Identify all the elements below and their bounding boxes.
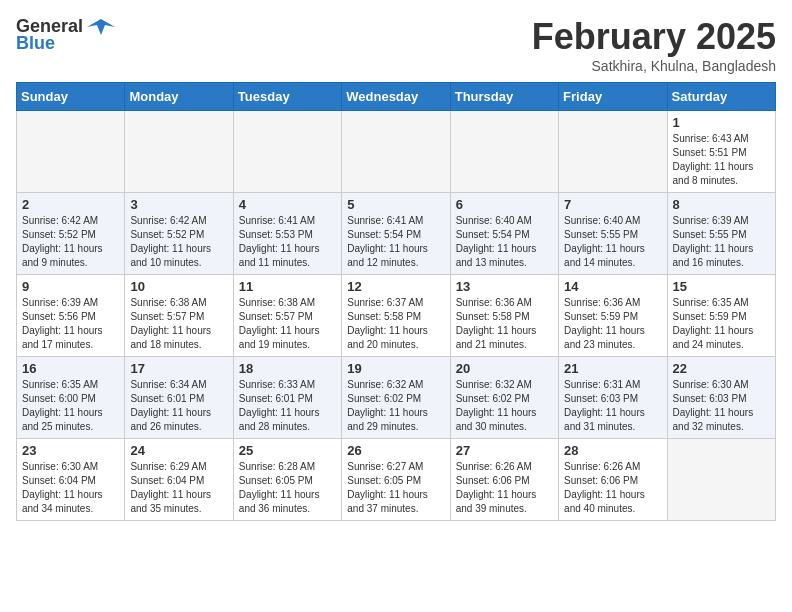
- day-info: Sunrise: 6:40 AM Sunset: 5:54 PM Dayligh…: [456, 214, 553, 270]
- day-number: 18: [239, 361, 336, 376]
- calendar-cell: 8Sunrise: 6:39 AM Sunset: 5:55 PM Daylig…: [667, 193, 775, 275]
- day-number: 12: [347, 279, 444, 294]
- day-number: 24: [130, 443, 227, 458]
- calendar-cell: 17Sunrise: 6:34 AM Sunset: 6:01 PM Dayli…: [125, 357, 233, 439]
- day-info: Sunrise: 6:27 AM Sunset: 6:05 PM Dayligh…: [347, 460, 444, 516]
- day-number: 19: [347, 361, 444, 376]
- calendar-cell: 9Sunrise: 6:39 AM Sunset: 5:56 PM Daylig…: [17, 275, 125, 357]
- calendar-week-row: 1Sunrise: 6:43 AM Sunset: 5:51 PM Daylig…: [17, 111, 776, 193]
- calendar-cell: 14Sunrise: 6:36 AM Sunset: 5:59 PM Dayli…: [559, 275, 667, 357]
- day-number: 26: [347, 443, 444, 458]
- page-header: General Blue February 2025 Satkhira, Khu…: [16, 16, 776, 74]
- calendar-week-row: 23Sunrise: 6:30 AM Sunset: 6:04 PM Dayli…: [17, 439, 776, 521]
- calendar-title: February 2025: [532, 16, 776, 58]
- day-number: 23: [22, 443, 119, 458]
- calendar-cell: 10Sunrise: 6:38 AM Sunset: 5:57 PM Dayli…: [125, 275, 233, 357]
- day-info: Sunrise: 6:42 AM Sunset: 5:52 PM Dayligh…: [22, 214, 119, 270]
- day-info: Sunrise: 6:32 AM Sunset: 6:02 PM Dayligh…: [347, 378, 444, 434]
- day-number: 21: [564, 361, 661, 376]
- day-info: Sunrise: 6:33 AM Sunset: 6:01 PM Dayligh…: [239, 378, 336, 434]
- day-number: 25: [239, 443, 336, 458]
- day-info: Sunrise: 6:42 AM Sunset: 5:52 PM Dayligh…: [130, 214, 227, 270]
- calendar-cell: 19Sunrise: 6:32 AM Sunset: 6:02 PM Dayli…: [342, 357, 450, 439]
- day-info: Sunrise: 6:38 AM Sunset: 5:57 PM Dayligh…: [130, 296, 227, 352]
- day-number: 5: [347, 197, 444, 212]
- weekday-header-monday: Monday: [125, 83, 233, 111]
- day-number: 22: [673, 361, 770, 376]
- day-info: Sunrise: 6:26 AM Sunset: 6:06 PM Dayligh…: [564, 460, 661, 516]
- calendar-cell: [342, 111, 450, 193]
- day-number: 20: [456, 361, 553, 376]
- calendar-cell: 7Sunrise: 6:40 AM Sunset: 5:55 PM Daylig…: [559, 193, 667, 275]
- day-number: 2: [22, 197, 119, 212]
- title-block: February 2025 Satkhira, Khulna, Banglade…: [532, 16, 776, 74]
- day-info: Sunrise: 6:32 AM Sunset: 6:02 PM Dayligh…: [456, 378, 553, 434]
- day-number: 14: [564, 279, 661, 294]
- day-number: 10: [130, 279, 227, 294]
- day-info: Sunrise: 6:34 AM Sunset: 6:01 PM Dayligh…: [130, 378, 227, 434]
- calendar-cell: 2Sunrise: 6:42 AM Sunset: 5:52 PM Daylig…: [17, 193, 125, 275]
- calendar-cell: 13Sunrise: 6:36 AM Sunset: 5:58 PM Dayli…: [450, 275, 558, 357]
- day-info: Sunrise: 6:40 AM Sunset: 5:55 PM Dayligh…: [564, 214, 661, 270]
- day-number: 13: [456, 279, 553, 294]
- day-info: Sunrise: 6:31 AM Sunset: 6:03 PM Dayligh…: [564, 378, 661, 434]
- calendar-cell: 12Sunrise: 6:37 AM Sunset: 5:58 PM Dayli…: [342, 275, 450, 357]
- calendar-cell: 3Sunrise: 6:42 AM Sunset: 5:52 PM Daylig…: [125, 193, 233, 275]
- day-info: Sunrise: 6:30 AM Sunset: 6:04 PM Dayligh…: [22, 460, 119, 516]
- day-number: 3: [130, 197, 227, 212]
- day-number: 27: [456, 443, 553, 458]
- weekday-header-row: SundayMondayTuesdayWednesdayThursdayFrid…: [17, 83, 776, 111]
- day-number: 4: [239, 197, 336, 212]
- day-number: 28: [564, 443, 661, 458]
- calendar-cell: 27Sunrise: 6:26 AM Sunset: 6:06 PM Dayli…: [450, 439, 558, 521]
- calendar-location: Satkhira, Khulna, Bangladesh: [532, 58, 776, 74]
- weekday-header-thursday: Thursday: [450, 83, 558, 111]
- day-info: Sunrise: 6:28 AM Sunset: 6:05 PM Dayligh…: [239, 460, 336, 516]
- calendar-cell: 25Sunrise: 6:28 AM Sunset: 6:05 PM Dayli…: [233, 439, 341, 521]
- calendar-cell: 26Sunrise: 6:27 AM Sunset: 6:05 PM Dayli…: [342, 439, 450, 521]
- day-info: Sunrise: 6:37 AM Sunset: 5:58 PM Dayligh…: [347, 296, 444, 352]
- day-info: Sunrise: 6:36 AM Sunset: 5:59 PM Dayligh…: [564, 296, 661, 352]
- weekday-header-wednesday: Wednesday: [342, 83, 450, 111]
- calendar-week-row: 2Sunrise: 6:42 AM Sunset: 5:52 PM Daylig…: [17, 193, 776, 275]
- calendar-week-row: 16Sunrise: 6:35 AM Sunset: 6:00 PM Dayli…: [17, 357, 776, 439]
- logo-bird-icon: [87, 17, 115, 37]
- day-number: 16: [22, 361, 119, 376]
- day-number: 6: [456, 197, 553, 212]
- weekday-header-tuesday: Tuesday: [233, 83, 341, 111]
- logo-text-blue: Blue: [16, 33, 55, 54]
- day-number: 9: [22, 279, 119, 294]
- day-info: Sunrise: 6:35 AM Sunset: 5:59 PM Dayligh…: [673, 296, 770, 352]
- day-number: 7: [564, 197, 661, 212]
- weekday-header-saturday: Saturday: [667, 83, 775, 111]
- calendar-cell: 23Sunrise: 6:30 AM Sunset: 6:04 PM Dayli…: [17, 439, 125, 521]
- day-info: Sunrise: 6:29 AM Sunset: 6:04 PM Dayligh…: [130, 460, 227, 516]
- calendar-cell: 21Sunrise: 6:31 AM Sunset: 6:03 PM Dayli…: [559, 357, 667, 439]
- weekday-header-sunday: Sunday: [17, 83, 125, 111]
- calendar-cell: 24Sunrise: 6:29 AM Sunset: 6:04 PM Dayli…: [125, 439, 233, 521]
- day-number: 17: [130, 361, 227, 376]
- logo: General Blue: [16, 16, 115, 54]
- day-info: Sunrise: 6:41 AM Sunset: 5:54 PM Dayligh…: [347, 214, 444, 270]
- calendar-cell: 1Sunrise: 6:43 AM Sunset: 5:51 PM Daylig…: [667, 111, 775, 193]
- calendar-cell: 28Sunrise: 6:26 AM Sunset: 6:06 PM Dayli…: [559, 439, 667, 521]
- calendar-cell: 22Sunrise: 6:30 AM Sunset: 6:03 PM Dayli…: [667, 357, 775, 439]
- calendar-cell: [233, 111, 341, 193]
- day-number: 15: [673, 279, 770, 294]
- calendar-cell: 5Sunrise: 6:41 AM Sunset: 5:54 PM Daylig…: [342, 193, 450, 275]
- day-number: 11: [239, 279, 336, 294]
- calendar-cell: 6Sunrise: 6:40 AM Sunset: 5:54 PM Daylig…: [450, 193, 558, 275]
- calendar-cell: [450, 111, 558, 193]
- calendar-week-row: 9Sunrise: 6:39 AM Sunset: 5:56 PM Daylig…: [17, 275, 776, 357]
- calendar-cell: 16Sunrise: 6:35 AM Sunset: 6:00 PM Dayli…: [17, 357, 125, 439]
- day-info: Sunrise: 6:30 AM Sunset: 6:03 PM Dayligh…: [673, 378, 770, 434]
- weekday-header-friday: Friday: [559, 83, 667, 111]
- day-number: 8: [673, 197, 770, 212]
- calendar-table: SundayMondayTuesdayWednesdayThursdayFrid…: [16, 82, 776, 521]
- calendar-cell: 15Sunrise: 6:35 AM Sunset: 5:59 PM Dayli…: [667, 275, 775, 357]
- calendar-cell: [667, 439, 775, 521]
- day-info: Sunrise: 6:43 AM Sunset: 5:51 PM Dayligh…: [673, 132, 770, 188]
- calendar-cell: [17, 111, 125, 193]
- calendar-cell: [559, 111, 667, 193]
- day-info: Sunrise: 6:41 AM Sunset: 5:53 PM Dayligh…: [239, 214, 336, 270]
